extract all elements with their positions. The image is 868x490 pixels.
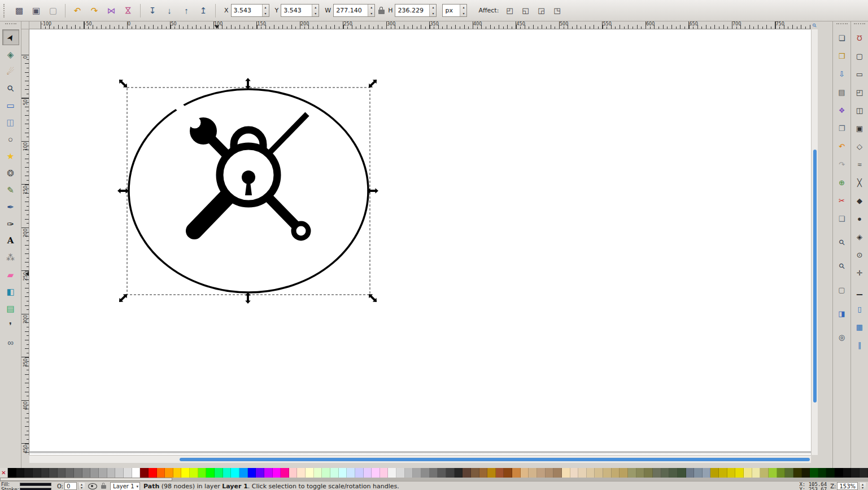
- palette-swatch[interactable]: [727, 468, 736, 478]
- scale-handle-e[interactable]: [367, 188, 378, 194]
- width-input[interactable]: 277.140 ▴▾: [333, 4, 375, 17]
- palette-swatch[interactable]: [546, 468, 554, 478]
- palette-swatch[interactable]: [339, 468, 347, 478]
- palette-swatch[interactable]: [744, 468, 752, 478]
- y-coordinate-input[interactable]: 3.543 ▴▾: [281, 4, 319, 17]
- palette-swatch[interactable]: [810, 468, 818, 478]
- palette-swatch[interactable]: [289, 468, 298, 478]
- rotate-cw-button[interactable]: ↷: [86, 3, 102, 19]
- palette-swatch[interactable]: [703, 468, 711, 478]
- layer-selector[interactable]: Layer 1 ▾: [110, 482, 140, 490]
- palette-swatch[interactable]: [835, 468, 843, 478]
- paste-button[interactable]: ❑: [835, 212, 849, 225]
- snap-object-centers-button[interactable]: ⊙: [852, 248, 867, 261]
- palette-swatch[interactable]: [90, 468, 99, 478]
- palette-swatch[interactable]: [463, 468, 471, 478]
- spin-down-icon[interactable]: ▾: [263, 11, 269, 17]
- palette-swatch[interactable]: [355, 468, 364, 478]
- clone-button[interactable]: ⊕: [835, 176, 849, 189]
- palette-swatch[interactable]: [595, 468, 603, 478]
- pencil-tool[interactable]: ✎: [2, 182, 19, 198]
- palette-swatch[interactable]: [553, 468, 562, 478]
- palette-swatch[interactable]: [273, 468, 281, 478]
- palette-swatch[interactable]: [198, 468, 207, 478]
- height-value[interactable]: 236.229: [395, 5, 429, 16]
- palette-swatch[interactable]: [628, 468, 636, 478]
- vertical-scrollbar-thumb[interactable]: [813, 150, 817, 403]
- scale-handle-s[interactable]: [245, 292, 251, 304]
- palette-swatch[interactable]: [99, 468, 107, 478]
- select-all-layers-button[interactable]: ▣: [28, 3, 44, 19]
- zoom-input[interactable]: 153%: [837, 482, 858, 490]
- palette-swatch[interactable]: [678, 468, 686, 478]
- x-spinner[interactable]: ▴▾: [262, 5, 269, 16]
- palette-swatch[interactable]: [256, 468, 264, 478]
- palette-swatch[interactable]: [330, 468, 339, 478]
- palette-swatch[interactable]: [322, 468, 330, 478]
- rotate-ccw-button[interactable]: ↶: [69, 3, 85, 19]
- palette-swatch[interactable]: [644, 468, 653, 478]
- ruler-corner[interactable]: [21, 21, 29, 29]
- opacity-spinner[interactable]: ▴▾: [78, 483, 85, 489]
- spin-down-icon[interactable]: ▾: [78, 486, 85, 489]
- palette-swatch[interactable]: [239, 468, 248, 478]
- palette-swatch[interactable]: [653, 468, 661, 478]
- palette-swatch[interactable]: [636, 468, 645, 478]
- new-document-button[interactable]: ❏: [835, 31, 849, 45]
- palette-swatch[interactable]: [818, 468, 827, 478]
- vertical-scrollbar[interactable]: [811, 29, 818, 455]
- horizontal-scrollbar-thumb[interactable]: [180, 458, 810, 461]
- spin-up-icon[interactable]: ▴: [312, 5, 319, 11]
- snap-bbox-button[interactable]: ▢: [852, 49, 867, 63]
- find-button[interactable]: ◎: [835, 330, 849, 344]
- node-editor-tool[interactable]: ◈: [2, 46, 19, 62]
- width-spinner[interactable]: ▴▾: [368, 5, 374, 16]
- palette-swatch[interactable]: [421, 468, 430, 478]
- palette-swatch[interactable]: [33, 468, 41, 478]
- fill-stroke-dialog-button[interactable]: ◨: [835, 307, 849, 320]
- calligraphy-tool[interactable]: ✑: [2, 216, 19, 231]
- flip-vertical-button[interactable]: ⋈: [120, 3, 136, 19]
- dropper-tool[interactable]: ❜: [2, 317, 19, 333]
- canvas[interactable]: [29, 29, 811, 455]
- units-dropdown[interactable]: px ▴▾: [442, 4, 467, 17]
- snap-guides-button[interactable]: ∥: [852, 338, 867, 352]
- palette-swatch[interactable]: [16, 468, 25, 478]
- snap-bbox-midpoints-button[interactable]: ◫: [852, 103, 867, 117]
- snap-midpoints-button[interactable]: ◈: [852, 230, 867, 243]
- palette-swatch[interactable]: [479, 468, 488, 478]
- spin-up-icon[interactable]: ▴: [368, 5, 374, 11]
- palette-swatch[interactable]: [306, 468, 314, 478]
- horizontal-scrollbar[interactable]: [29, 455, 811, 463]
- transform-stroke-toggle[interactable]: ◰: [502, 3, 517, 18]
- horizontal-ruler[interactable]: -100-50050100150200250300350400450500550…: [29, 21, 811, 29]
- print-document-button[interactable]: ▤: [835, 85, 849, 99]
- rectangle-tool[interactable]: ▭: [2, 97, 19, 113]
- connector-tool[interactable]: ∞: [2, 334, 19, 350]
- selector-tool[interactable]: ➤: [2, 29, 19, 45]
- palette-swatch[interactable]: [396, 468, 405, 478]
- fill-stroke-indicator[interactable]: Fill: Stroke:: [1, 482, 51, 490]
- palette-swatch[interactable]: [181, 468, 190, 478]
- palette-swatch[interactable]: [537, 468, 546, 478]
- palette-swatch[interactable]: [802, 468, 810, 478]
- width-value[interactable]: 277.140: [334, 5, 368, 16]
- paste-in-place-button[interactable]: ❖: [835, 103, 849, 117]
- palette-swatch[interactable]: [843, 468, 852, 478]
- fill-color-swatch[interactable]: [20, 483, 51, 486]
- document-properties-button[interactable]: ▢: [835, 283, 849, 296]
- palette-swatch[interactable]: [752, 468, 761, 478]
- palette-swatch[interactable]: [149, 468, 157, 478]
- open-document-button[interactable]: ❒: [835, 49, 849, 63]
- palette-swatch[interactable]: [669, 468, 678, 478]
- palette-swatch[interactable]: [124, 468, 132, 478]
- snap-cusp-nodes-button[interactable]: ◆: [852, 194, 867, 207]
- palette-swatch[interactable]: [578, 468, 587, 478]
- tweak-tool[interactable]: ☄: [2, 63, 19, 79]
- palette-swatch[interactable]: [719, 468, 727, 478]
- palette-swatch[interactable]: [455, 468, 463, 478]
- no-color-swatch[interactable]: ✕: [0, 468, 8, 478]
- zoom-spinner[interactable]: ▴▾: [859, 483, 866, 489]
- palette-swatch[interactable]: [430, 468, 438, 478]
- palette-swatch[interactable]: [562, 468, 570, 478]
